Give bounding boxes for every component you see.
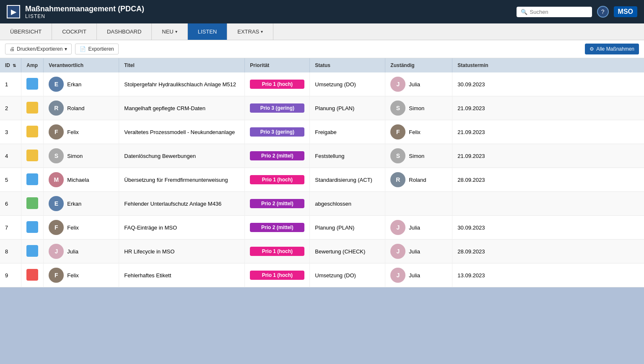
table-row[interactable]: 6EErkanFehlender Unterlaufschutz Anlage … <box>0 192 644 216</box>
table-row[interactable]: 3FFelixVeraltetes Prozessmodell - Neukun… <box>0 120 644 144</box>
search-box[interactable]: 🔍 <box>517 7 592 17</box>
table-row[interactable]: 9FFelixFehlerhaftes EtikettPrio 1 (hoch)… <box>0 263 644 287</box>
table-header: ID ⇅ Amp Verantwortlich Titel Priorität … <box>0 58 644 72</box>
cell-title[interactable]: FAQ-Einträge in MSO <box>119 216 245 240</box>
mso-logo: MSO <box>614 6 637 17</box>
print-export-button[interactable]: 🖨 Drucken/Exportieren ▾ <box>5 44 72 54</box>
assigned-name: Simon <box>409 153 424 159</box>
cell-id: 5 <box>0 168 21 192</box>
sort-icon-id: ⇅ <box>13 63 16 68</box>
nav-item-extras[interactable]: EXTRAS ▾ <box>227 23 273 40</box>
cell-status: abgeschlossen <box>310 192 385 216</box>
col-header-verantwortlich[interactable]: Verantwortlich <box>44 58 119 72</box>
table-row[interactable]: 8JJuliaHR Lifecycle in MSOPrio 1 (hoch)B… <box>0 240 644 263</box>
table-row[interactable]: 1EErkanStolpergefahr Hydraulikschlauch A… <box>0 72 644 96</box>
amp-indicator <box>26 221 38 233</box>
cell-status: Planung (PLAN) <box>310 96 385 120</box>
cell-amp <box>21 72 44 96</box>
cell-responsible: EErkan <box>44 192 119 216</box>
cell-responsible: RRoland <box>44 96 119 120</box>
amp-indicator <box>26 269 38 281</box>
col-header-zustandig[interactable]: Zuständig <box>385 58 452 72</box>
avatar: J <box>49 244 64 259</box>
col-header-amp[interactable]: Amp <box>21 58 44 72</box>
nav-item-neu[interactable]: NEU ▾ <box>152 23 187 40</box>
cell-date: 21.09.2023 <box>452 120 644 144</box>
avatar: E <box>49 196 64 211</box>
cell-responsible: MMichaela <box>44 168 119 192</box>
nav-item-dashboard[interactable]: DASHBOARD <box>97 23 152 40</box>
toolbar: 🖨 Drucken/Exportieren ▾ 📄 Exportieren ⚙ … <box>0 40 644 58</box>
col-header-status[interactable]: Status <box>310 58 385 72</box>
table-header-row: ID ⇅ Amp Verantwortlich Titel Priorität … <box>0 58 644 72</box>
print-dropdown-arrow: ▾ <box>65 46 67 52</box>
priority-badge: Prio 2 (mittel) <box>250 223 304 232</box>
avatar: F <box>390 124 405 139</box>
cell-amp <box>21 240 44 263</box>
cell-responsible: FFelix <box>44 120 119 144</box>
search-input[interactable] <box>530 9 580 15</box>
toolbar-left: 🖨 Drucken/Exportieren ▾ 📄 Exportieren <box>5 44 119 54</box>
export-icon: 📄 <box>80 46 86 52</box>
app-header: ▶ Maßnahmenmanagement (PDCA) LISTEN 🔍 ? … <box>0 0 644 23</box>
nav-item-listen[interactable]: LISTEN <box>188 23 228 40</box>
cell-title[interactable]: HR Lifecycle in MSO <box>119 240 245 263</box>
app-title-sub: LISTEN <box>25 13 144 19</box>
nav-item-ubersicht[interactable]: ÜBERSICHT <box>0 23 52 40</box>
amp-indicator <box>26 173 38 185</box>
cell-responsible: EErkan <box>44 72 119 96</box>
cell-priority: Prio 3 (gering) <box>245 120 310 144</box>
col-header-statustermin[interactable]: Statustermin <box>452 58 644 72</box>
assigned-name: Julia <box>409 81 420 88</box>
table-row[interactable]: 5MMichaelaÜbersetzung für Fremdfirmenunt… <box>0 168 644 192</box>
header-right: 🔍 ? MSO <box>517 6 637 18</box>
responsible-name: Michaela <box>67 177 89 183</box>
avatar: J <box>390 77 405 92</box>
responsible-name: Julia <box>67 248 78 255</box>
priority-badge: Prio 2 (mittel) <box>250 151 304 160</box>
cell-title[interactable]: Fehlerhaftes Etikett <box>119 263 245 287</box>
cell-responsible: JJulia <box>44 240 119 263</box>
amp-indicator <box>26 150 38 161</box>
main-navigation: ÜBERSICHT COCKPIT DASHBOARD NEU ▾ LISTEN… <box>0 23 644 40</box>
responsible-name: Roland <box>67 105 84 111</box>
table-row[interactable]: 2RRolandMangelhaft gepflegte CRM-DatenPr… <box>0 96 644 120</box>
cell-title[interactable]: Mangelhaft gepflegte CRM-Daten <box>119 96 245 120</box>
responsible-name: Felix <box>67 225 78 231</box>
responsible-name: Felix <box>67 129 78 135</box>
nav-arrow-button[interactable]: ▶ <box>7 5 20 18</box>
col-header-id[interactable]: ID ⇅ <box>0 58 21 72</box>
assigned-name: Julia <box>409 272 420 279</box>
cell-title[interactable]: Stolpergefahr Hydraulikschlauch Anlage M… <box>119 72 245 96</box>
cell-date: 28.09.2023 <box>452 240 644 263</box>
cell-amp <box>21 168 44 192</box>
col-header-titel[interactable]: Titel <box>119 58 245 72</box>
cell-title[interactable]: Datenlöschung Bewerbungen <box>119 144 245 168</box>
cell-title[interactable]: Fehlender Unterlaufschutz Anlage M436 <box>119 192 245 216</box>
export-button[interactable]: 📄 Exportieren <box>75 44 118 54</box>
amp-indicator <box>26 78 38 90</box>
priority-badge: Prio 3 (gering) <box>250 103 304 113</box>
cell-assigned: SSimon <box>385 96 452 120</box>
cell-priority: Prio 2 (mittel) <box>245 192 310 216</box>
cell-assigned: RRoland <box>385 168 452 192</box>
cell-status: Freigabe <box>310 120 385 144</box>
avatar: J <box>390 244 405 259</box>
cell-title[interactable]: Veraltetes Prozessmodell - Neukundenanla… <box>119 120 245 144</box>
responsible-name: Erkan <box>67 201 81 207</box>
cell-status: Bewertung (CHECK) <box>310 240 385 263</box>
cell-assigned: JJulia <box>385 263 452 287</box>
cell-title[interactable]: Übersetzung für Fremdfirmenunterweisung <box>119 168 245 192</box>
all-measures-button[interactable]: ⚙ Alle Maßnahmen <box>585 44 639 54</box>
nav-item-cockpit[interactable]: COCKPIT <box>52 23 97 40</box>
cell-amp <box>21 192 44 216</box>
avatar: F <box>49 124 64 139</box>
table-row[interactable]: 4SSimonDatenlöschung BewerbungenPrio 2 (… <box>0 144 644 168</box>
priority-badge: Prio 1 (hoch) <box>250 80 304 89</box>
help-button[interactable]: ? <box>597 6 609 18</box>
cell-assigned <box>385 192 452 216</box>
col-header-prioritat[interactable]: Priorität <box>245 58 310 72</box>
cell-id: 9 <box>0 263 21 287</box>
amp-indicator <box>26 102 38 114</box>
table-row[interactable]: 7FFelixFAQ-Einträge in MSOPrio 2 (mittel… <box>0 216 644 240</box>
